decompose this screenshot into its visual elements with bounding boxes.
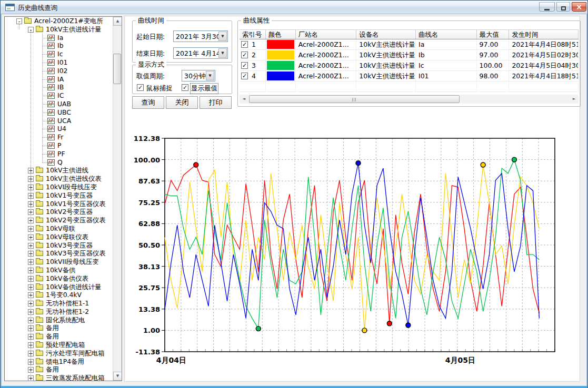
tree-item[interactable]: +备用 [5,365,113,374]
y-tick-label: -11.38 [135,348,160,356]
table-column-header[interactable]: 最大值 [477,30,510,39]
tree-item[interactable]: PF [5,150,113,158]
tree-item[interactable]: +固化系统配电 [5,316,113,324]
row-checkbox[interactable]: ✓ [241,41,248,48]
chevron-down-icon[interactable]: ▼ [218,32,227,41]
extreme-marker-I01-max[interactable] [356,161,361,166]
tree-item[interactable]: I01 [5,58,113,67]
tree-item[interactable]: +1号变0.4kV [5,291,113,299]
scroll-left-button[interactable]: ◄ [240,95,248,104]
extreme-marker-I01-min[interactable] [406,323,411,328]
table-column-header[interactable]: 索引号 [240,30,266,39]
tree-item[interactable]: +无功补偿柜1-2 [5,308,113,316]
extreme-marker-Ia-min[interactable] [387,321,392,326]
tree-item[interactable]: +馈电1P4备用 [5,358,113,366]
tree-item[interactable]: +10kV母联 [5,224,113,233]
tree-item[interactable]: +10kV备供 [5,266,113,274]
tree-item[interactable]: +10kVI段母线压变 [5,183,113,191]
tree-item[interactable]: I02 [5,67,113,75]
tree-item[interactable]: +10kV主供进线 [5,166,113,175]
tree-item[interactable]: +备用 [5,332,113,341]
tree-item[interactable]: +10kVII段母线压变 [5,258,113,266]
extreme-marker-Ic-max[interactable] [512,157,516,162]
restore-button[interactable] [556,2,570,12]
tree-item[interactable]: Q [5,158,113,167]
tree-item[interactable]: Ib [5,42,113,50]
table-cell [266,39,296,49]
table-row[interactable]: ✓2Acrel-2000Z1...10kV主供进线计量Ib97.002021年4… [240,50,579,60]
close-button[interactable]: × [572,2,586,12]
table-horizontal-scrollbar[interactable]: ◄ ► [240,95,579,104]
collapse-icon[interactable]: - [16,18,22,24]
table-column-header[interactable]: 颜色 [266,30,296,39]
tree-item[interactable]: IC [5,91,113,100]
tree-item[interactable]: Ia [5,34,113,42]
tree-item[interactable]: Ic [5,50,113,58]
tree-item[interactable]: +无功补偿柜1-1 [5,299,113,308]
tree-vertical-scrollbar[interactable]: ▲ ▼ [113,17,122,381]
tree-item[interactable]: UCA [5,117,113,125]
end-date-combo[interactable]: 2021年 4月14 ▼ [173,47,228,59]
tree-item[interactable]: +10kV1号变压器仪表 [5,200,113,208]
tree-item[interactable]: +10kV1号变压器 [5,191,113,200]
mouse-capture-label[interactable]: 鼠标捕捉 [146,84,173,93]
row-checkbox[interactable]: ✓ [241,52,248,58]
print-button[interactable]: 打印 [200,96,232,109]
extreme-marker-Ic-min[interactable] [256,326,261,331]
close-dialog-button[interactable]: 关闭 [166,96,198,109]
tree-item[interactable]: P [5,141,113,150]
start-date-combo[interactable]: 2021年 3月30 ▼ [173,30,228,42]
tree-item[interactable]: +预处理配电箱 [5,341,113,349]
hscroll-thumb[interactable] [249,95,460,103]
table-row[interactable]: ✓4Acrel-2000Z1...10kV主供进线计量I0198.002021年… [240,71,579,81]
tree-item-label: 10kV3号变压器仪表 [46,249,106,258]
title-bar[interactable]: 历史曲线查询 × [1,1,587,14]
tree-item[interactable]: UBC [5,108,113,117]
tree-item[interactable]: -Acrel-2000Z1#变电所 [5,17,113,25]
table-cell: ✓4 [240,71,266,81]
query-button[interactable]: 查询 [132,96,164,109]
scroll-up-button[interactable]: ▲ [113,17,122,26]
tree-item[interactable]: -10kV主供进线计量 [5,25,113,34]
tree-item[interactable]: +10kV备供仪表 [5,274,113,283]
table-row[interactable]: ✓3Acrel-2000Z1...10kV主供进线计量Ic100.002021年… [240,60,579,71]
tree-item[interactable]: +三效蒸发系统配电箱 [5,374,113,381]
table-column-header[interactable]: 设备名 [356,30,416,39]
tree-item[interactable]: UAB [5,100,113,108]
tree-items: -Acrel-2000Z1#变电所-10kV主供进线计量IaIbIcI01I02… [5,17,113,381]
tree-item[interactable]: +10kV3号变压器 [5,241,113,250]
tree-guide-line [19,24,19,29]
tree-item[interactable]: +10kV3号变压器仪表 [5,249,113,258]
row-checkbox[interactable]: ✓ [241,73,248,79]
tree-item[interactable]: IA [5,75,113,84]
extreme-marker-Ia-max[interactable] [194,162,198,167]
tree-item[interactable]: Fr [5,133,113,141]
tree-item[interactable]: +10kV母联仪表 [5,233,113,241]
table-column-header[interactable]: 曲线名 [416,30,477,39]
chevron-down-icon[interactable]: ▼ [218,48,227,58]
tree-item[interactable]: +污水处理车间配电箱 [5,349,113,358]
tree-item[interactable]: +10kV主供进线仪表 [5,175,113,183]
minimize-button[interactable] [539,2,555,12]
tree-item[interactable]: +10kV备供进线计量 [5,283,113,291]
table-row[interactable]: ✓1Acrel-2000Z1...10kV主供进线计量Ia97.002021年4… [240,39,579,50]
mouse-capture-checkbox[interactable]: ✓ [137,84,144,91]
extreme-marker-Ib-min[interactable] [362,328,367,333]
scroll-right-button[interactable]: ► [570,95,579,104]
tree-item[interactable]: +10kV2号变压器 [5,208,113,216]
tree-item[interactable]: +10kV2号变压器仪表 [5,216,113,224]
period-combo[interactable]: 30分钟 ▼ [182,70,215,81]
tree-item[interactable]: U4 [5,125,113,133]
minimize-icon [544,9,550,11]
row-checkbox[interactable]: ✓ [241,62,248,69]
scroll-down-button[interactable]: ▼ [113,372,122,381]
chevron-down-icon[interactable]: ▼ [206,71,214,80]
table-column-header[interactable]: 发生时间 [509,30,579,39]
extreme-marker-Ib-max[interactable] [481,162,485,167]
show-extreme-checkbox[interactable]: ✓ [182,84,188,91]
show-extreme-label[interactable]: 显示最值 [191,84,217,93]
tree-item[interactable]: IB [5,83,113,91]
table-column-header[interactable]: 厂站名 [296,30,357,39]
tree-item[interactable]: +备用 [5,324,113,332]
scroll-thumb[interactable] [113,54,121,84]
